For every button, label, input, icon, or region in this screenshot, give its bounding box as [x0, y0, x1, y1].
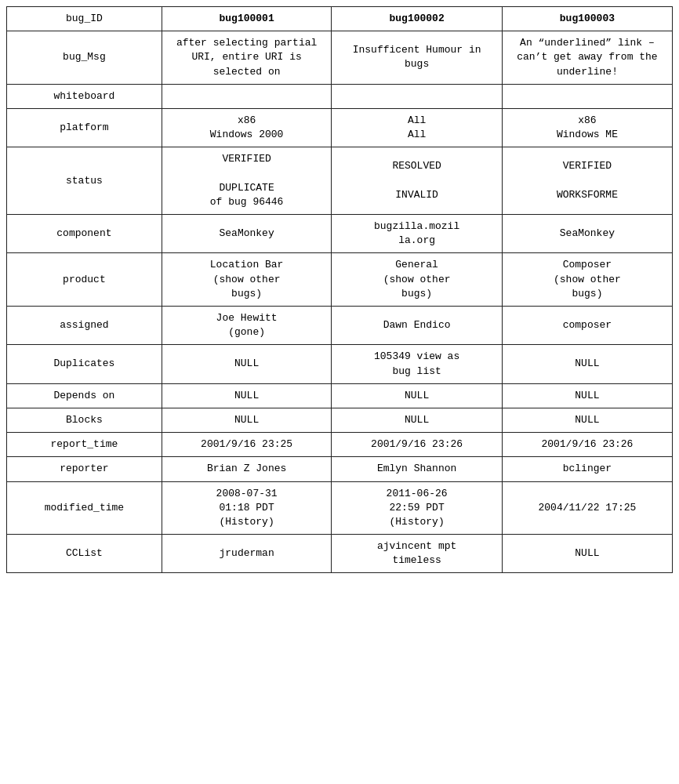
- table-row-component: componentSeaMonkeybugzilla.mozilla.orgSe…: [7, 215, 673, 253]
- cell-component-bug2: bugzilla.mozilla.org: [332, 215, 503, 253]
- cell-platform-bug1: x86Windows 2000: [162, 108, 332, 147]
- row-label-duplicates: Duplicates: [7, 345, 162, 383]
- row-label-cclist: CCList: [7, 535, 162, 573]
- row-label-modified_time: modified_time: [7, 481, 162, 535]
- table-row-report_time: report_time2001/9/16 23:252001/9/16 23:2…: [7, 433, 673, 457]
- cell-product-bug1: Location Bar(show otherbugs): [162, 253, 332, 307]
- row-label-reporter: reporter: [7, 457, 162, 481]
- cell-modified_time-bug1: 2008-07-3101:18 PDT(History): [162, 481, 332, 535]
- cell-assigned-bug1: Joe Hewitt(gone): [162, 307, 332, 345]
- cell-cclist-bug1: jruderman: [162, 535, 332, 573]
- cell-depends_on-bug1: NULL: [162, 383, 332, 408]
- table-row-reporter: reporterBrian Z JonesEmlyn Shannonbcling…: [7, 457, 673, 481]
- table-row-platform: platformx86Windows 2000AllAllx86Windows …: [7, 108, 673, 147]
- cell-whiteboard-bug1: [162, 84, 332, 108]
- header-bug3: bug100003: [502, 7, 672, 31]
- table-row-whiteboard: whiteboard: [7, 84, 673, 108]
- cell-report_time-bug1: 2001/9/16 23:25: [162, 433, 332, 457]
- cell-cclist-bug2: ajvincent mpttimeless: [332, 535, 503, 573]
- row-label-product: product: [7, 253, 162, 307]
- cell-status-bug1: VERIFIEDDUPLICATEof bug 96446: [162, 147, 332, 215]
- cell-component-bug3: SeaMonkey: [502, 215, 672, 253]
- row-label-blocks: Blocks: [7, 408, 162, 432]
- cell-platform-bug3: x86Windows ME: [502, 108, 672, 147]
- table-row-modified_time: modified_time2008-07-3101:18 PDT(History…: [7, 481, 673, 535]
- cell-component-bug1: SeaMonkey: [162, 215, 332, 253]
- cell-modified_time-bug2: 2011-06-2622:59 PDT(History): [332, 481, 503, 535]
- cell-blocks-bug2: NULL: [332, 408, 503, 432]
- cell-reporter-bug2: Emlyn Shannon: [332, 457, 503, 481]
- table-row-status: statusVERIFIEDDUPLICATEof bug 96446RESOL…: [7, 147, 673, 215]
- header-bug1: bug100001: [162, 7, 332, 31]
- header-bug2: bug100002: [332, 7, 503, 31]
- cell-whiteboard-bug2: [332, 84, 503, 108]
- header-label-col: bug_ID: [7, 7, 162, 31]
- cell-assigned-bug3: composer: [502, 307, 672, 345]
- cell-blocks-bug1: NULL: [162, 408, 332, 432]
- row-label-report_time: report_time: [7, 433, 162, 457]
- cell-report_time-bug3: 2001/9/16 23:26: [502, 433, 672, 457]
- table-row-depends_on: Depends onNULLNULLNULL: [7, 383, 673, 408]
- row-label-platform: platform: [7, 108, 162, 147]
- table-row-blocks: BlocksNULLNULLNULL: [7, 408, 673, 432]
- cell-blocks-bug3: NULL: [502, 408, 672, 432]
- cell-report_time-bug2: 2001/9/16 23:26: [332, 433, 503, 457]
- cell-reporter-bug3: bclinger: [502, 457, 672, 481]
- header-row: bug_ID bug100001 bug100002 bug100003: [7, 7, 673, 31]
- table-row-cclist: CCListjrudermanajvincent mpttimelessNULL: [7, 535, 673, 573]
- cell-platform-bug2: AllAll: [332, 108, 503, 147]
- cell-bug_Msg-bug1: after selecting partial URI, entire URI …: [162, 31, 332, 85]
- cell-depends_on-bug2: NULL: [332, 383, 503, 408]
- cell-duplicates-bug2: 105349 view asbug list: [332, 345, 503, 383]
- cell-status-bug2: RESOLVEDINVALID: [332, 147, 503, 215]
- table-row-bug_Msg: bug_Msgafter selecting partial URI, enti…: [7, 31, 673, 85]
- row-label-depends_on: Depends on: [7, 383, 162, 408]
- table-row-duplicates: DuplicatesNULL105349 view asbug listNULL: [7, 345, 673, 383]
- cell-duplicates-bug1: NULL: [162, 345, 332, 383]
- table-row-product: productLocation Bar(show otherbugs)Gener…: [7, 253, 673, 307]
- cell-product-bug2: General(show otherbugs): [332, 253, 503, 307]
- cell-reporter-bug1: Brian Z Jones: [162, 457, 332, 481]
- cell-cclist-bug3: NULL: [502, 535, 672, 573]
- cell-bug_Msg-bug2: Insufficent Humour in bugs: [332, 31, 503, 85]
- row-label-component: component: [7, 215, 162, 253]
- table-row-assigned: assignedJoe Hewitt(gone)Dawn Endicocompo…: [7, 307, 673, 345]
- bug-comparison-table: bug_ID bug100001 bug100002 bug100003 bug…: [6, 6, 673, 573]
- cell-modified_time-bug3: 2004/11/22 17:25: [502, 481, 672, 535]
- row-label-bug_Msg: bug_Msg: [7, 31, 162, 85]
- row-label-assigned: assigned: [7, 307, 162, 345]
- cell-assigned-bug2: Dawn Endico: [332, 307, 503, 345]
- cell-whiteboard-bug3: [502, 84, 672, 108]
- cell-product-bug3: Composer(show otherbugs): [502, 253, 672, 307]
- row-label-status: status: [7, 147, 162, 215]
- cell-duplicates-bug3: NULL: [502, 345, 672, 383]
- main-container: bug_ID bug100001 bug100002 bug100003 bug…: [0, 0, 679, 784]
- cell-status-bug3: VERIFIEDWORKSFORME: [502, 147, 672, 215]
- row-label-whiteboard: whiteboard: [7, 84, 162, 108]
- cell-bug_Msg-bug3: An “underlined” link – can’t get away fr…: [502, 31, 672, 85]
- cell-depends_on-bug3: NULL: [502, 383, 672, 408]
